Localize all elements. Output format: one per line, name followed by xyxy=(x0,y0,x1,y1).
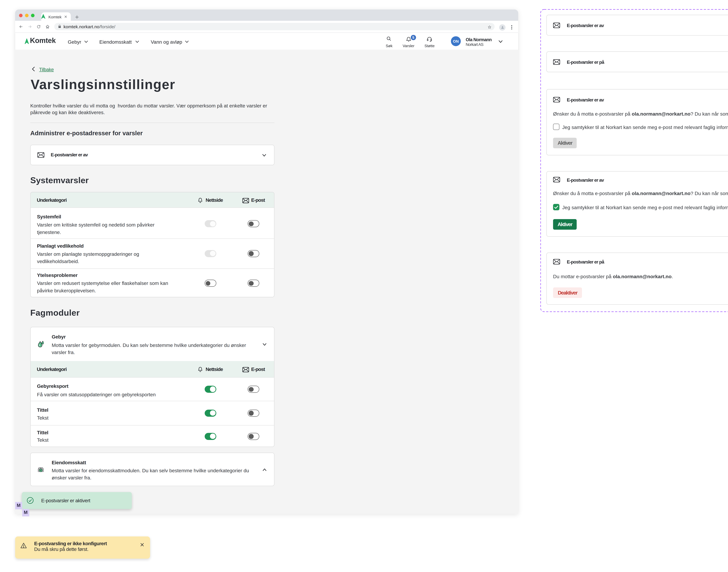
svg-text:kr: kr xyxy=(40,469,42,472)
